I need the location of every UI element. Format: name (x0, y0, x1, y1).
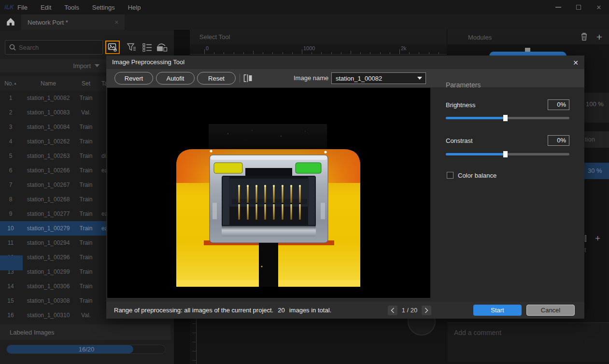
toolbar-divider (240, 74, 240, 83)
color-balance-checkbox[interactable] (447, 172, 453, 179)
tab-label: Network Port * (28, 19, 68, 26)
next-image-button[interactable] (422, 306, 431, 315)
zoom-level-value: 100 % (586, 100, 609, 108)
sort-ascending-icon: ▲ (14, 82, 17, 85)
contrast-label: Constrast (446, 137, 473, 144)
horizontal-ruler: 010002k (190, 44, 447, 55)
threshold-value: 30 % (588, 167, 609, 174)
search-box[interactable] (5, 40, 103, 55)
menu-settings[interactable]: Settings (92, 4, 115, 11)
image-viewport[interactable] (107, 88, 430, 298)
trash-icon (581, 32, 588, 41)
preprocessing-range-text: Range of preprocessing: all images of th… (114, 302, 331, 319)
brightness-slider[interactable] (446, 117, 569, 119)
minimize-button[interactable] (552, 2, 565, 13)
column-header-name: Name (21, 80, 75, 87)
filter-button[interactable] (125, 41, 139, 54)
contrast-slider[interactable] (446, 153, 569, 155)
page-indicator: 1 / 20 (398, 302, 421, 319)
brightness-slider-thumb[interactable] (503, 115, 508, 121)
home-button[interactable] (6, 17, 17, 27)
home-icon (6, 17, 15, 26)
window-controls: ✕ (552, 0, 605, 14)
add-module-button[interactable]: + (596, 33, 602, 42)
image-preprocessing-button[interactable] (105, 41, 120, 54)
dialog-close-button[interactable]: ✕ (571, 58, 581, 68)
revert-button[interactable]: Revert (114, 72, 153, 84)
brightness-label: Brightness (446, 101, 475, 109)
add-label-button[interactable]: + (595, 234, 600, 243)
cancel-button[interactable]: Cancel (526, 305, 575, 316)
labeled-images-title: Labeled Images (10, 329, 55, 336)
select-tool-header: Select Tool (190, 30, 447, 44)
contrast-slider-fill (446, 153, 505, 155)
start-button[interactable]: Start (473, 305, 522, 316)
chevron-down-icon (95, 64, 99, 67)
selected-label-row[interactable] (0, 255, 23, 270)
compare-before-after-button[interactable] (243, 74, 253, 84)
column-header-no[interactable]: No.▲ (0, 80, 21, 87)
labeled-images-header: Labeled Images (0, 324, 170, 340)
search-icon (9, 44, 16, 51)
column-header-set: Set (75, 80, 97, 87)
comment-panel (448, 322, 609, 362)
comment-input[interactable] (454, 329, 599, 336)
compare-icon (243, 74, 253, 82)
chevron-right-icon (425, 308, 428, 313)
menu-bar: FileEditToolsSettingsHelp (17, 0, 141, 14)
contrast-value[interactable]: 0% (548, 135, 569, 146)
previous-image-button[interactable] (388, 306, 397, 315)
contrast-slider-thumb[interactable] (503, 151, 508, 157)
trash-icon-partial[interactable] (585, 235, 586, 242)
menu-help[interactable]: Help (128, 4, 141, 11)
brightness-slider-fill (446, 117, 505, 119)
zoom-level-row: 100 % (584, 93, 609, 123)
total-count: 20 (278, 307, 284, 314)
chevron-left-icon (391, 308, 395, 313)
filter-icon (127, 43, 137, 52)
close-window-button[interactable]: ✕ (593, 2, 605, 13)
dialog-header: Image Preprocessing Tool ✕ (106, 56, 584, 69)
image-name-select[interactable]: station_1_00082 (331, 72, 426, 84)
label-list-icon (142, 43, 152, 52)
maximize-icon (576, 5, 581, 10)
module-connector-handle[interactable] (525, 48, 530, 52)
progress-label: 16/20 (7, 345, 166, 353)
menu-edit[interactable]: Edit (41, 4, 51, 11)
color-balance-label: Color balance (458, 172, 496, 179)
tab-network-port[interactable]: Network Port * ✕ (21, 14, 125, 30)
switch-view-button[interactable] (155, 41, 169, 54)
autofit-button[interactable]: Autofit (156, 72, 195, 84)
maximize-button[interactable] (572, 2, 585, 13)
image-preprocessing-dialog: Image Preprocessing Tool ✕ Revert Autofi… (106, 56, 584, 319)
menu-tools[interactable]: Tools (64, 4, 79, 11)
modules-header: Modules + (447, 30, 609, 44)
right-panel-icons: + (584, 233, 609, 244)
dialog-toolbar: Revert Autofit Reset Image name station_… (106, 69, 584, 87)
cut-label-row: tion (584, 131, 609, 148)
switch-view-icon (156, 43, 168, 52)
import-label: Import (73, 62, 91, 70)
cut-label-2: t (584, 246, 609, 253)
delete-module-button[interactable] (581, 32, 588, 42)
import-button[interactable]: Import (0, 59, 106, 72)
dialog-title: Image Preprocessing Tool (112, 56, 184, 69)
menu-file[interactable]: File (17, 4, 28, 11)
image-name-label: Image name (294, 69, 328, 87)
reset-button[interactable]: Reset (197, 72, 236, 84)
brightness-value[interactable]: 0% (548, 99, 569, 110)
title-bar: iLK FileEditToolsSettingsHelp ✕ (0, 0, 609, 14)
parameters-title: Parameters (446, 81, 481, 89)
search-input[interactable] (19, 44, 91, 51)
close-icon: ✕ (596, 4, 602, 11)
chevron-down-icon (417, 77, 422, 80)
dialog-footer: Range of preprocessing: all images of th… (106, 302, 584, 319)
label-list-button[interactable] (140, 41, 155, 54)
labeled-progress-bar: 16/20 (6, 345, 166, 354)
minimize-icon (555, 7, 561, 8)
app-logo: iLK (4, 3, 14, 12)
tab-close-icon[interactable]: ✕ (114, 19, 119, 26)
threshold-row[interactable]: 30 % (584, 163, 609, 179)
image-preprocessing-icon (108, 42, 117, 52)
vertical-ruler (190, 319, 197, 364)
